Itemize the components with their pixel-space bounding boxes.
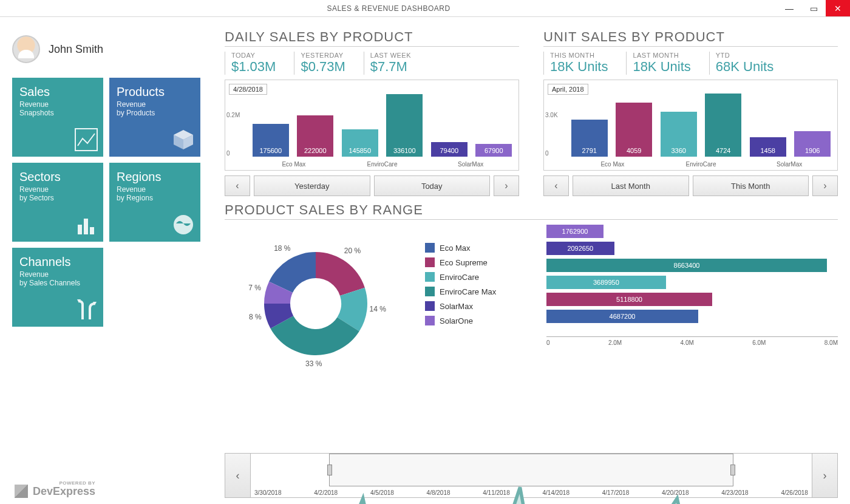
hbar[interactable]: 1762900 (546, 225, 604, 238)
bar[interactable]: 336100 (386, 94, 423, 157)
tile-sub: Revenueby Products (117, 100, 193, 118)
timeline-handle-right[interactable] (730, 465, 735, 475)
brand-icon (15, 485, 28, 498)
donut-label: 14 % (370, 305, 387, 313)
tile-sectors[interactable]: SectorsRevenueby Sectors (12, 163, 103, 242)
avatar[interactable] (12, 35, 40, 63)
x-label: SolarMax (446, 161, 495, 168)
timeline-body[interactable]: 3/30/20184/2/20184/5/20184/8/20184/11/20… (251, 454, 812, 497)
close-button[interactable]: ✕ (826, 0, 850, 16)
hbar[interactable]: 5118800 (546, 293, 712, 306)
tile-sales[interactable]: SalesRevenueSnapshots (12, 78, 103, 157)
metric: YTD68K Units (709, 52, 773, 75)
daily-bars: 1756002220001458503361007940067900 (250, 86, 515, 157)
x-label: EnviroCare (676, 161, 725, 168)
panel-range: PRODUCT SALES BY RANGE 18 %20 %14 %33 %8… (225, 202, 838, 447)
legend-item[interactable]: Eco Max (425, 243, 516, 253)
timeline-date: 3/30/2018 (254, 489, 282, 496)
daily-next-button[interactable]: › (494, 175, 519, 196)
unit-lastmonth-button[interactable]: Last Month (573, 175, 689, 196)
legend-item[interactable]: EnviroCare Max (425, 287, 516, 296)
maximize-button[interactable]: ▭ (801, 0, 826, 16)
tile-sub: Revenueby Sectors (19, 185, 96, 203)
unit-prev-button[interactable]: ‹ (543, 175, 569, 196)
bar[interactable]: 4059 (616, 103, 652, 157)
legend-item[interactable]: Eco Supreme (425, 257, 516, 267)
brand-name: DevExpress (33, 485, 95, 497)
timeline-next-button[interactable]: › (812, 454, 837, 497)
timeline-date: 4/11/2018 (483, 489, 510, 496)
daily-prev-button[interactable]: ‹ (225, 175, 250, 196)
tile-regions[interactable]: RegionsRevenueby Regions (109, 163, 200, 242)
bar[interactable]: 175600 (253, 124, 289, 157)
donut-label: 33 % (305, 359, 322, 368)
bar[interactable]: 79400 (431, 142, 467, 157)
units-title: UNIT SALES BY PRODUCT (543, 29, 732, 45)
legend-swatch (425, 272, 435, 282)
hbar[interactable]: 8663400 (546, 259, 827, 272)
daily-xlabels: Eco MaxEnviroCareSolarMax (250, 161, 515, 168)
bar[interactable]: 222000 (297, 115, 333, 157)
tile-products[interactable]: ProductsRevenueby Products (109, 78, 200, 157)
svg-rect-4 (78, 225, 82, 234)
tile-channels[interactable]: ChannelsRevenueby Sales Channels (12, 248, 103, 327)
hbar[interactable]: 2092650 (546, 242, 614, 255)
daily-yesterday-button[interactable]: Yesterday (254, 175, 370, 196)
legend-label: SolarMax (440, 302, 473, 311)
metric-value: 68K Units (716, 59, 773, 75)
timeline-date: 4/2/2018 (314, 489, 338, 496)
unit-xlabels: Eco MaxEnviroCareSolarMax (568, 161, 834, 168)
bar[interactable]: 3360 (661, 112, 697, 157)
hbar-xtick: 6.0M (752, 339, 766, 346)
metric-label: TODAY (231, 52, 276, 59)
unit-next-button[interactable]: › (812, 175, 838, 196)
hbar-xtick: 8.0M (824, 339, 838, 346)
unit-yzero: 0 (545, 150, 549, 157)
donut-label: 18 % (274, 244, 291, 253)
range-hbar-chart: 1762900209265086634003689950511880046872… (534, 225, 838, 346)
window-buttons: — ▭ ✕ (777, 0, 850, 16)
bar-value: 4059 (616, 103, 652, 157)
tile-title: Regions (117, 170, 193, 184)
bar[interactable]: 2791 (571, 120, 608, 157)
timeline-dates: 3/30/20184/2/20184/5/20184/8/20184/11/20… (251, 489, 812, 496)
legend-item[interactable]: SolarMax (425, 301, 516, 311)
bars-icon (74, 213, 98, 237)
hbar[interactable]: 4687200 (546, 310, 698, 323)
donut-slice[interactable] (316, 252, 365, 296)
timeline-handle-left[interactable] (327, 465, 332, 475)
hbar-xtick: 2.0M (608, 339, 622, 346)
tile-title: Channels (19, 255, 96, 269)
range-legend: Eco MaxEco SupremeEnviroCareEnviroCare M… (425, 225, 516, 325)
metric-value: $1.03M (231, 59, 276, 75)
metric-label: YTD (716, 52, 773, 59)
tile-sub: Revenueby Regions (117, 185, 193, 203)
metric: TODAY$1.03M (225, 52, 276, 75)
metric-label: THIS MONTH (550, 52, 608, 59)
unit-thismonth-button[interactable]: This Month (693, 175, 809, 196)
timeline-prev-button[interactable]: ‹ (225, 454, 251, 497)
metric-value: 18K Units (550, 59, 608, 75)
unit-ytick: 3.0K (545, 112, 558, 118)
legend-item[interactable]: SolarOne (425, 316, 516, 325)
brand-powered: POWERED BY (59, 480, 95, 486)
bar[interactable]: 1906 (794, 131, 831, 157)
svg-rect-5 (84, 219, 88, 234)
timeline-range-selection[interactable] (329, 454, 733, 486)
hbar[interactable]: 3689950 (546, 276, 666, 289)
metric-value: $7.7M (370, 59, 411, 75)
bar-value: 336100 (386, 94, 423, 157)
bar-value: 1458 (750, 137, 786, 157)
minimize-button[interactable]: — (777, 0, 801, 16)
bar[interactable]: 4724 (705, 94, 741, 157)
bar[interactable]: 67900 (475, 144, 512, 157)
legend-item[interactable]: EnviroCare (425, 272, 516, 282)
bar[interactable]: 1458 (750, 137, 786, 157)
legend-swatch (425, 301, 435, 311)
timeline-date: 4/5/2018 (370, 489, 394, 496)
daily-ytick: 0.2M (226, 112, 240, 118)
legend-label: SolarOne (440, 316, 473, 325)
bar[interactable]: 145850 (342, 129, 378, 157)
daily-today-button[interactable]: Today (374, 175, 491, 196)
bar-value: 1906 (794, 131, 831, 157)
